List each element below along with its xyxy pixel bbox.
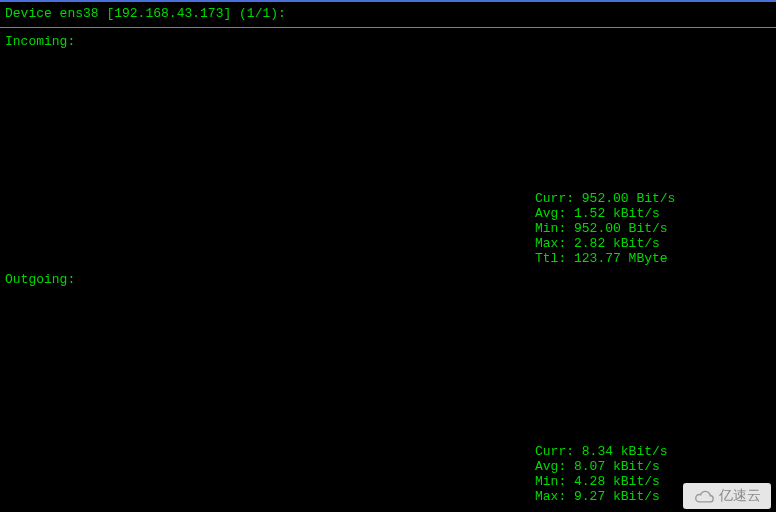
outgoing-avg: Avg: 8.07 kBit/s — [535, 459, 776, 474]
header-divider — [0, 27, 776, 28]
outgoing-label: Outgoing: — [0, 270, 776, 289]
device-title: Device ens38 [192.168.43.173] (1/1): — [5, 6, 286, 21]
outgoing-curr: Curr: 8.34 kBit/s — [535, 444, 776, 459]
incoming-max: Max: 2.82 kBit/s — [535, 236, 776, 251]
watermark-text: 亿速云 — [719, 487, 761, 505]
incoming-ttl: Ttl: 123.77 MByte — [535, 251, 776, 266]
incoming-curr: Curr: 952.00 Bit/s — [535, 191, 776, 206]
outgoing-graph-area — [0, 289, 776, 444]
cloud-icon — [693, 488, 715, 504]
watermark: 亿速云 — [683, 483, 771, 509]
incoming-graph-area — [0, 51, 776, 191]
incoming-min: Min: 952.00 Bit/s — [535, 221, 776, 236]
incoming-avg: Avg: 1.52 kBit/s — [535, 206, 776, 221]
incoming-label: Incoming: — [0, 32, 776, 51]
device-header: Device ens38 [192.168.43.173] (1/1): — [0, 2, 776, 25]
incoming-stats: Curr: 952.00 Bit/s Avg: 1.52 kBit/s Min:… — [535, 191, 776, 266]
